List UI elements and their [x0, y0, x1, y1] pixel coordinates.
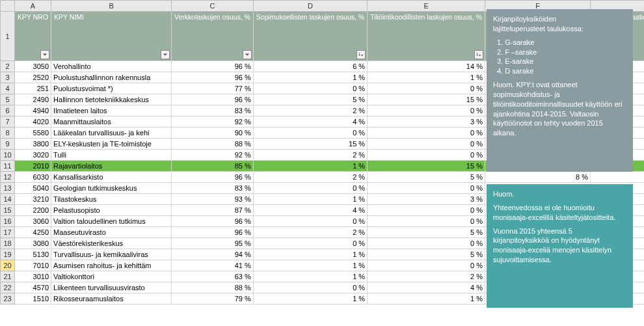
cell[interactable]: 96 % — [172, 216, 254, 227]
cell[interactable]: Valtiokonttori — [51, 271, 172, 282]
col-header-A[interactable]: A — [15, 1, 51, 12]
row-header-17[interactable]: 17 — [1, 227, 15, 238]
cell[interactable]: 2 % — [253, 150, 367, 161]
row-header-6[interactable]: 6 — [1, 105, 15, 116]
cell[interactable]: Ilmatieteen laitos — [51, 105, 172, 116]
cell[interactable]: Puolustusvoimat *) — [51, 83, 172, 94]
cell[interactable]: 5040 — [15, 183, 51, 194]
cell[interactable]: 0 % — [253, 216, 367, 227]
row-header-16[interactable]: 16 — [1, 216, 15, 227]
cell[interactable]: Pelastusopisto — [51, 205, 172, 216]
cell[interactable]: 0 % — [253, 282, 367, 293]
cell[interactable]: 88 % — [172, 282, 254, 293]
cell[interactable]: 4 % — [368, 282, 485, 293]
cell[interactable]: 3800 — [15, 139, 51, 150]
cell[interactable]: 1 % — [368, 293, 485, 305]
cell[interactable]: Rajavartiolaitos — [51, 161, 172, 172]
cell[interactable]: 92 % — [172, 150, 254, 161]
cell[interactable]: 4250 — [15, 227, 51, 238]
cell[interactable]: 3060 — [15, 216, 51, 227]
cell[interactable]: 5 % — [368, 172, 485, 183]
cell[interactable]: 2200 — [15, 205, 51, 216]
cell[interactable]: 85 % — [172, 161, 254, 172]
row-header-23[interactable]: 23 — [1, 293, 15, 305]
cell[interactable]: 4 % — [253, 205, 367, 216]
cell[interactable]: Maanmittauslaitos — [51, 116, 172, 128]
cell[interactable]: 3210 — [15, 194, 51, 205]
cell[interactable]: 2 % — [253, 172, 367, 183]
cell[interactable]: 79 % — [172, 293, 254, 305]
row-header-3[interactable]: 3 — [1, 72, 15, 83]
cell[interactable]: 5 % — [253, 94, 367, 105]
cell[interactable]: 5580 — [15, 128, 51, 139]
cell[interactable]: 0 % — [368, 205, 485, 216]
cell[interactable]: 77 % — [172, 83, 254, 94]
cell[interactable]: 15 % — [591, 172, 644, 183]
cell[interactable]: 3 % — [368, 116, 485, 128]
row-header-7[interactable]: 7 — [1, 116, 15, 128]
cell[interactable]: 0 % — [368, 238, 485, 249]
cell[interactable]: Hallinnon tietotekniikkakeskus — [51, 94, 172, 105]
cell[interactable]: 83 % — [172, 105, 254, 116]
cell[interactable]: 1 % — [253, 194, 367, 205]
cell[interactable]: 0 % — [368, 128, 485, 139]
cell[interactable]: 4 % — [253, 116, 367, 128]
cell[interactable]: 96 % — [172, 72, 254, 83]
cell[interactable]: 3020 — [15, 150, 51, 161]
cell[interactable]: 1 % — [253, 249, 367, 260]
cell[interactable]: 96 % — [172, 94, 254, 105]
cell[interactable]: 88 % — [172, 139, 254, 150]
cell[interactable]: 3010 — [15, 271, 51, 282]
cell[interactable]: 14 % — [368, 61, 485, 72]
cell[interactable]: 2010 — [15, 161, 51, 172]
row-header-15[interactable]: 15 — [1, 205, 15, 216]
cell[interactable]: 95 % — [172, 238, 254, 249]
row-header-13[interactable]: 13 — [1, 183, 15, 194]
cell[interactable]: 3050 — [15, 61, 51, 72]
cell[interactable]: 0 % — [368, 260, 485, 271]
cell[interactable]: 15 % — [368, 94, 485, 105]
row-header-10[interactable]: 10 — [1, 150, 15, 161]
filter-dropdown-icon[interactable] — [40, 50, 49, 59]
row-header-19[interactable]: 19 — [1, 249, 15, 260]
sort-filter-icon[interactable] — [356, 50, 366, 59]
cell[interactable]: 15 % — [368, 161, 485, 172]
cell[interactable]: 8 % — [485, 172, 590, 183]
cell[interactable]: 2 % — [253, 227, 367, 238]
cell[interactable]: 0 % — [368, 150, 485, 161]
row-header-18[interactable]: 18 — [1, 238, 15, 249]
cell[interactable]: Kansallisarkisto — [51, 172, 172, 183]
cell[interactable]: 2520 — [15, 72, 51, 83]
cell[interactable]: 1510 — [15, 293, 51, 305]
cell[interactable]: 251 — [15, 83, 51, 94]
cell[interactable]: 1 % — [253, 161, 367, 172]
cell[interactable]: 7010 — [15, 260, 51, 271]
row-header-4[interactable]: 4 — [1, 83, 15, 94]
cell[interactable]: ELY-keskusten ja TE-toimistoje — [51, 139, 172, 150]
cell[interactable]: 0 % — [253, 83, 367, 94]
cell[interactable]: Asumisen rahoitus- ja kehittäm — [51, 260, 172, 271]
cell[interactable]: Valtion taloudellinen tutkimus — [51, 216, 172, 227]
cell[interactable]: Tulli — [51, 150, 172, 161]
cell[interactable]: 94 % — [172, 249, 254, 260]
cell[interactable]: 0 % — [368, 183, 485, 194]
cell[interactable]: 96 % — [172, 227, 254, 238]
cell[interactable]: 0 % — [368, 83, 485, 94]
cell[interactable]: 90 % — [172, 128, 254, 139]
cell[interactable]: 83 % — [172, 183, 254, 194]
row-header-1[interactable]: 1 — [1, 12, 15, 61]
cell[interactable]: 1 % — [253, 293, 367, 305]
cell[interactable]: 0 % — [253, 238, 367, 249]
cell[interactable]: 1 % — [253, 271, 367, 282]
row-header-9[interactable]: 9 — [1, 139, 15, 150]
cell[interactable]: Maaseutuvirasto — [51, 227, 172, 238]
cell[interactable]: 2490 — [15, 94, 51, 105]
row-header-11[interactable]: 11 — [1, 161, 15, 172]
cell[interactable]: 92 % — [172, 116, 254, 128]
cell[interactable]: 0 % — [368, 105, 485, 116]
cell[interactable]: 0 % — [368, 216, 485, 227]
filter-dropdown-icon[interactable] — [243, 50, 252, 59]
cell[interactable]: 41 % — [172, 260, 254, 271]
cell[interactable]: 5130 — [15, 249, 51, 260]
cell[interactable]: 6030 — [15, 172, 51, 183]
